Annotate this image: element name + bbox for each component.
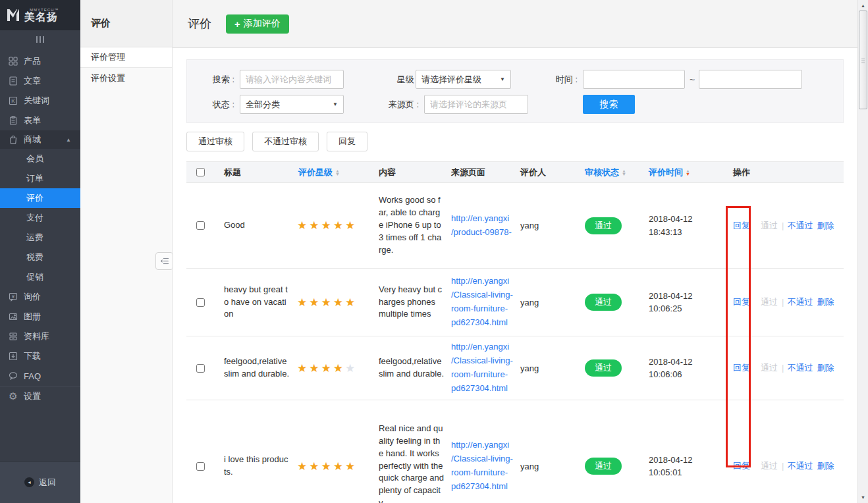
review-content: Real nice and quality feeling in the han… <box>369 423 448 503</box>
sidebar-item-forms[interactable]: 表单 <box>0 111 80 130</box>
reply-link[interactable]: 回复 <box>733 221 750 230</box>
status-filter-value: 全部分类 <box>246 99 280 111</box>
source-page-link[interactable]: http://en.yangxi /Classical-living- room… <box>448 438 517 493</box>
main-content: 评价 + 添加评价 搜索 : 星级 : 请选择评价星级 ▼ 时间 : ~ 状态 … <box>173 0 857 503</box>
delete-link[interactable]: 删除 <box>817 297 834 307</box>
sidebar-item-gallery[interactable]: 图册 <box>0 307 80 327</box>
star-filter-label: 星级 : <box>378 70 419 90</box>
sidebar-item-label: 产品 <box>24 55 41 67</box>
ops-separator: | <box>782 297 784 307</box>
reply-link[interactable]: 回复 <box>733 461 750 471</box>
reviewer-name: yang <box>517 298 580 307</box>
search-label: 搜索 : <box>187 70 234 90</box>
status-badge: 通过 <box>585 458 622 475</box>
tilde-separator: ~ <box>690 74 695 85</box>
review-time: 2018-04-1218:43:13 <box>642 213 724 238</box>
row-checkbox[interactable] <box>196 462 205 471</box>
sidebar-item-faq[interactable]: FAQ <box>0 366 80 386</box>
subnav-item-review-management[interactable]: 评价管理 <box>80 47 172 68</box>
reviews-table: 标题 评价星级▲▼ 内容 来源页面 评价人 审核状态▲▼ 评价时间▲▼ 操作 G… <box>186 161 844 503</box>
reject-link[interactable]: 不通过 <box>787 297 813 307</box>
vertical-scrollbar[interactable]: ▲ ▼ <box>857 0 868 503</box>
chevron-down-icon: ▼ <box>333 101 338 107</box>
subnav-panel: 评价 评价管理 评价设置 <box>80 0 173 503</box>
bulk-approve-button[interactable]: 通过审核 <box>186 132 244 151</box>
sidebar-item-shipping[interactable]: 运费 <box>0 228 80 248</box>
source-page-link[interactable]: http://en.yangxi /Classical-living- room… <box>448 340 517 395</box>
col-status[interactable]: 审核状态▲▼ <box>580 167 642 178</box>
sidebar-item-download[interactable]: 下载 <box>0 346 80 366</box>
col-reviewer: 评价人 <box>517 167 580 178</box>
image-icon <box>9 312 18 321</box>
row-checkbox[interactable] <box>196 221 205 230</box>
sidebar: MMYTECH™ 美名扬 产品 文章 K 关键词 <box>0 0 80 503</box>
sidebar-item-orders[interactable]: 订单 <box>0 169 80 188</box>
search-input[interactable] <box>240 70 344 89</box>
bulk-reply-button[interactable]: 回复 <box>327 132 367 151</box>
shopping-bag-icon <box>9 135 18 144</box>
sidebar-item-keywords[interactable]: K 关键词 <box>0 91 80 111</box>
col-stars[interactable]: 评价星级▲▼ <box>293 167 369 178</box>
chevron-down-icon: ▼ <box>500 76 505 82</box>
bulk-reject-button[interactable]: 不通过审核 <box>252 132 319 151</box>
source-filter-input[interactable] <box>424 95 528 114</box>
source-page-link[interactable]: http://en.yangxi /product-09878- <box>448 212 517 240</box>
sidebar-item-inquiry[interactable]: ¥ 询价 <box>0 287 80 307</box>
col-time[interactable]: 评价时间▲▼ <box>642 167 724 178</box>
ops-separator: | <box>782 221 784 230</box>
review-content: feelgood,relative slim and durable. <box>369 356 448 381</box>
inquiry-chat-icon: ¥ <box>9 292 18 302</box>
brand-logo: MMYTECH™ 美名扬 <box>0 0 80 30</box>
col-ops: 操作 <box>724 167 844 178</box>
filter-panel: 搜索 : 星级 : 请选择评价星级 ▼ 时间 : ~ 状态 : 全部分类 ▼ 来… <box>186 59 844 123</box>
source-filter-label: 来源页 : <box>365 95 419 115</box>
scroll-up-arrow-icon[interactable]: ▲ <box>858 3 868 8</box>
reject-link[interactable]: 不通过 <box>787 363 813 373</box>
sidebar-group-shop[interactable]: 商城 ▲ <box>0 130 80 149</box>
row-checkbox[interactable] <box>196 298 205 307</box>
sidebar-item-tax[interactable]: 税费 <box>0 248 80 267</box>
sidebar-item-promotion[interactable]: 促销 <box>0 267 80 287</box>
time-to-input[interactable] <box>699 70 802 89</box>
row-operations: 回复通过|不通过删除 <box>724 220 844 232</box>
subnav-title: 评价 <box>91 17 111 30</box>
sidebar-item-label: FAQ <box>24 371 41 381</box>
row-checkbox[interactable] <box>196 364 205 373</box>
sidebar-item-label: 关键词 <box>24 95 49 107</box>
star-filter-select[interactable]: 请选择评价星级 ▼ <box>416 70 511 89</box>
search-submit-button[interactable]: 搜索 <box>583 95 635 114</box>
reject-link[interactable]: 不通过 <box>787 221 813 230</box>
col-title: 标题 <box>214 167 293 178</box>
time-from-input[interactable] <box>583 70 685 89</box>
sidebar-item-members[interactable]: 会员 <box>0 149 80 169</box>
sidebar-item-products[interactable]: 产品 <box>0 51 80 71</box>
review-title: Good <box>214 219 293 232</box>
sidebar-item-payment[interactable]: 支付 <box>0 208 80 228</box>
sidebar-item-library[interactable]: 资料库 <box>0 327 80 346</box>
sort-icon: ▲▼ <box>335 169 340 176</box>
star-rating: ★★★★★ <box>293 296 369 309</box>
panel-collapse-button[interactable] <box>155 252 173 270</box>
reply-link[interactable]: 回复 <box>733 363 750 373</box>
delete-link[interactable]: 删除 <box>817 461 834 471</box>
scroll-down-arrow-icon[interactable]: ▼ <box>858 495 868 500</box>
reply-link[interactable]: 回复 <box>733 297 750 307</box>
sidebar-collapse-icon[interactable] <box>0 30 80 49</box>
select-all-checkbox[interactable] <box>196 168 205 176</box>
scrollbar-thumb[interactable] <box>859 11 867 109</box>
row-operations: 回复通过|不通过删除 <box>724 296 844 308</box>
add-review-button[interactable]: + 添加评价 <box>226 14 289 34</box>
approve-link-disabled: 通过 <box>761 461 778 471</box>
back-button[interactable]: ◄ 返回 <box>0 461 80 503</box>
sidebar-item-articles[interactable]: 文章 <box>0 71 80 91</box>
subnav-item-review-settings[interactable]: 评价设置 <box>80 68 172 88</box>
status-filter-select[interactable]: 全部分类 ▼ <box>240 95 344 114</box>
brand-subtitle: MMYTECH™ <box>30 8 63 12</box>
table-row: heavy but great to have on vacation ★★★★… <box>186 269 844 336</box>
delete-link[interactable]: 删除 <box>817 363 834 373</box>
source-page-link[interactable]: http://en.yangxi /Classical-living- room… <box>448 275 517 329</box>
sidebar-item-settings[interactable]: ⚙ 设置 <box>0 386 80 406</box>
reject-link[interactable]: 不通过 <box>787 461 813 471</box>
sidebar-item-reviews[interactable]: 评价 <box>0 188 80 208</box>
delete-link[interactable]: 删除 <box>817 221 834 230</box>
